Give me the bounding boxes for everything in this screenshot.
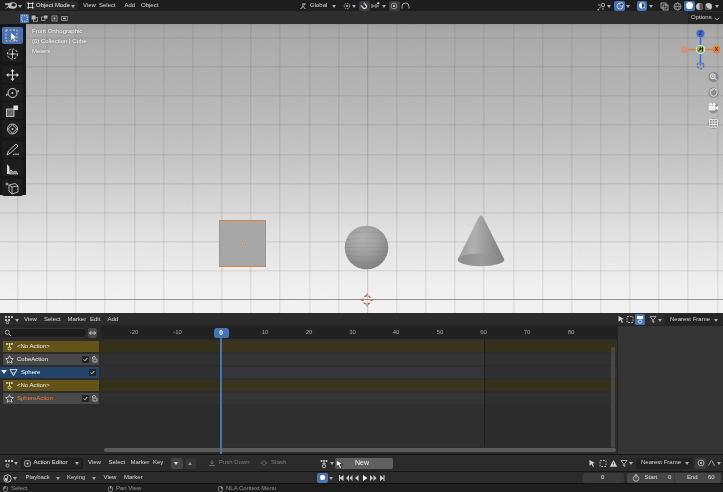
- svg-text:Z: Z: [699, 30, 702, 36]
